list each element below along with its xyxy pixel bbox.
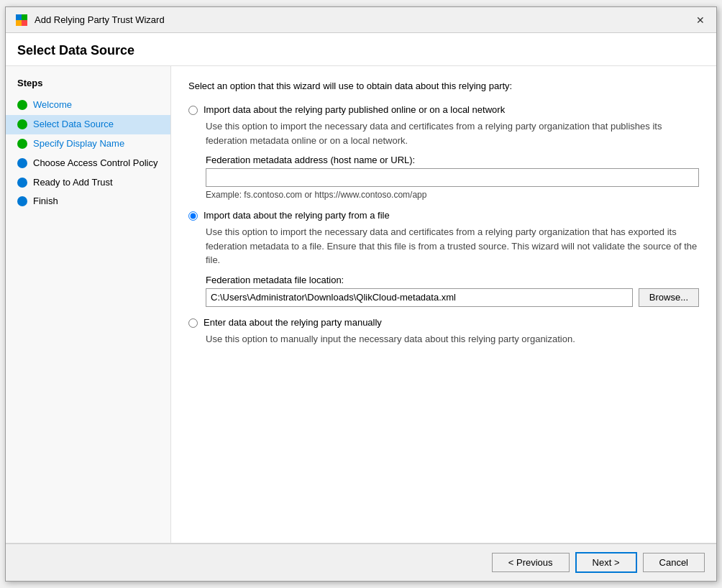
next-button[interactable]: Next > (575, 552, 637, 573)
federation-address-input[interactable] (206, 168, 699, 187)
svg-rect-2 (16, 20, 22, 26)
step-dot-access (17, 158, 27, 168)
federation-file-label: Federation metadata file location: (206, 275, 699, 285)
option-manual-row: Enter data about the relying party manua… (188, 317, 699, 328)
step-dot-select (17, 119, 27, 129)
content-area: Steps Welcome Select Data Source Specify… (6, 66, 716, 543)
sidebar-item-welcome[interactable]: Welcome (6, 96, 170, 115)
step-dot-finish (17, 196, 27, 206)
step-dot-welcome (17, 100, 27, 110)
sidebar-steps-label: Steps (6, 78, 170, 96)
wizard-icon (14, 13, 29, 27)
option-file-description: Use this option to import the necessary … (206, 225, 699, 267)
option-manual-label[interactable]: Enter data about the relying party manua… (204, 317, 382, 328)
sidebar-item-finish[interactable]: Finish (6, 192, 170, 211)
sidebar-item-label-select: Select Data Source (33, 119, 114, 131)
option-file-radio[interactable] (188, 211, 198, 221)
title-bar-text: Add Relying Party Trust Wizard (35, 14, 165, 25)
file-input-row: Browse... (206, 288, 699, 307)
option-online-label[interactable]: Import data about the relying party publ… (204, 104, 505, 115)
option-manual-description: Use this option to manually input the ne… (206, 332, 699, 346)
sidebar-item-label-welcome: Welcome (33, 99, 72, 111)
sidebar-item-select-data-source[interactable]: Select Data Source (6, 115, 170, 134)
instruction-text: Select an option that this wizard will u… (188, 81, 699, 91)
sidebar-item-label-ready: Ready to Add Trust (33, 177, 113, 189)
title-bar: Add Relying Party Trust Wizard ✕ (6, 7, 716, 33)
previous-button[interactable]: < Previous (492, 553, 570, 572)
main-panel: Select an option that this wizard will u… (171, 66, 716, 543)
svg-rect-3 (22, 20, 27, 26)
step-dot-specify (17, 139, 27, 149)
sidebar-item-choose-access-control[interactable]: Choose Access Control Policy (6, 154, 170, 173)
option-online-radio[interactable] (188, 106, 198, 115)
option-online-description: Use this option to import the necessary … (206, 119, 699, 147)
option-file-label[interactable]: Import data about the relying party from… (204, 210, 390, 221)
federation-address-group: Federation metadata address (host name o… (206, 155, 699, 200)
sidebar-item-label-finish: Finish (33, 196, 58, 208)
option-manual-radio[interactable] (188, 318, 198, 328)
option-file-row: Import data about the relying party from… (188, 210, 699, 221)
federation-address-example: Example: fs.contoso.com or https://www.c… (206, 190, 699, 200)
svg-rect-1 (22, 14, 27, 20)
footer: < Previous Next > Cancel (6, 543, 716, 581)
dialog: Add Relying Party Trust Wizard ✕ Select … (5, 6, 717, 582)
federation-file-input[interactable] (206, 288, 633, 307)
sidebar-item-ready-to-add[interactable]: Ready to Add Trust (6, 173, 170, 193)
browse-button[interactable]: Browse... (639, 288, 699, 307)
sidebar-item-label-access: Choose Access Control Policy (33, 157, 157, 170)
close-button[interactable]: ✕ (693, 13, 708, 27)
page-header: Select Data Source (6, 33, 716, 66)
sidebar-item-specify-display-name[interactable]: Specify Display Name (6, 134, 170, 154)
cancel-button[interactable]: Cancel (643, 553, 705, 572)
page-title: Select Data Source (17, 43, 705, 58)
option-online-row: Import data about the relying party publ… (188, 104, 699, 115)
federation-file-group: Federation metadata file location: Brows… (206, 275, 699, 307)
sidebar: Steps Welcome Select Data Source Specify… (6, 66, 171, 543)
federation-address-label: Federation metadata address (host name o… (206, 155, 699, 165)
step-dot-ready (17, 178, 27, 188)
sidebar-item-label-specify: Specify Display Name (33, 138, 124, 150)
svg-rect-0 (16, 14, 22, 20)
